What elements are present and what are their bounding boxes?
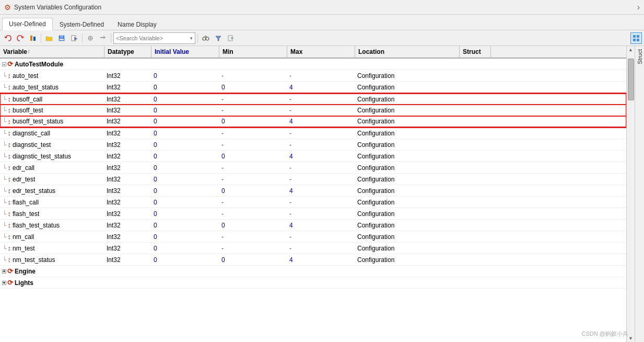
var-max-diagnstic_test: - xyxy=(287,140,355,150)
module-row-engine[interactable]: + ⟳ Engine xyxy=(0,266,626,277)
scroll-thumb[interactable] xyxy=(628,59,634,100)
svg-point-13 xyxy=(206,37,209,40)
scroll-up-arrow[interactable]: ▲ xyxy=(627,46,634,53)
var-struct-edr_test_status xyxy=(460,190,491,192)
var-initial-busoff_test: 0 xyxy=(151,106,219,115)
var-icon-flash_test: ↕ xyxy=(8,210,11,218)
var-icon-auto_test_status: ↕ xyxy=(8,83,11,91)
var-struct-flash_test xyxy=(460,213,491,215)
search-dropdown-icon[interactable]: ▾ xyxy=(190,36,193,41)
svg-rect-19 xyxy=(637,39,639,41)
col-header-min: Min xyxy=(219,46,287,58)
table-row[interactable]: └ ↕ edr_call Int320--Configuration xyxy=(0,162,626,174)
var-datatype-auto_test_status: Int32 xyxy=(104,83,151,92)
module-label-engine[interactable]: + ⟳ Engine xyxy=(0,266,104,276)
table-row[interactable]: └ ↕ nm_test Int320--Configuration xyxy=(0,243,626,254)
btn-filter[interactable] xyxy=(213,32,224,44)
var-max-edr_test: - xyxy=(287,175,355,184)
var-icon-nm_call: ↕ xyxy=(8,233,11,241)
var-datatype-flash_test: Int32 xyxy=(104,209,151,219)
btn-binoculars[interactable] xyxy=(200,32,212,44)
var-name-flash_test_status: └ ↕ flash_test_status xyxy=(0,220,104,230)
var-icon-diagnstic_call: ↕ xyxy=(8,129,11,137)
svg-rect-0 xyxy=(30,36,32,41)
col-header-initial: Initial Value xyxy=(151,46,219,58)
scroll-track[interactable] xyxy=(628,53,634,335)
var-location-flash_call: Configuration xyxy=(355,198,460,207)
btn-folder[interactable] xyxy=(43,32,55,44)
table-row[interactable]: └ ↕ auto_test Int320--Configuration xyxy=(0,70,626,82)
var-min-flash_test: - xyxy=(219,209,287,219)
btn-run[interactable] xyxy=(225,32,237,44)
table-body[interactable]: - ⟳ AutoTestModule └ ↕ auto_test Int320-… xyxy=(0,59,626,342)
var-location-flash_test_status: Configuration xyxy=(355,221,460,230)
var-name-flash_test: └ ↕ flash_test xyxy=(0,209,104,219)
var-location-edr_test_status: Configuration xyxy=(355,186,460,196)
btn-action2[interactable] xyxy=(97,32,109,44)
module-label-lights[interactable]: + ⟳ Lights xyxy=(0,278,104,288)
module-row-autotestmodule[interactable]: - ⟳ AutoTestModule xyxy=(0,59,626,70)
var-location-auto_test: Configuration xyxy=(355,71,460,81)
module-row-lights[interactable]: + ⟳ Lights xyxy=(0,277,626,289)
redo-button[interactable] xyxy=(15,32,26,44)
table-row[interactable]: └ ↕ edr_test Int320--Configuration xyxy=(0,174,626,185)
var-min-busoff_test: - xyxy=(219,106,287,115)
table-row[interactable]: └ ↕ auto_test_status Int32004Configurati… xyxy=(0,82,626,93)
table-row[interactable]: └ ↕ flash_test_status Int32004Configurat… xyxy=(0,220,626,231)
var-min-edr_call: - xyxy=(219,163,287,173)
scrollbar-area[interactable]: ▲ ▼ xyxy=(626,46,635,342)
table-row[interactable]: └ ↕ diagnstic_test_status Int32004Config… xyxy=(0,151,626,162)
var-datatype-nm_test_status: Int32 xyxy=(104,255,151,265)
var-name-busoff_test: └ ↕ busoff_test xyxy=(0,105,104,115)
var-max-nm_test_status: 4 xyxy=(287,255,355,265)
table-row[interactable]: └ ↕ edr_test_status Int32004Configuratio… xyxy=(0,185,626,197)
table-row[interactable]: └ ↕ flash_call Int320--Configuration xyxy=(0,197,626,208)
var-max-diagnstic_call: - xyxy=(287,129,355,138)
var-location-busoff_test: Configuration xyxy=(355,106,460,115)
app-title: System Variables Configuration xyxy=(14,4,101,11)
table-row[interactable]: └ ↕ busoff_call Int320--Configuration xyxy=(0,93,626,105)
separator-3 xyxy=(111,33,111,43)
expand-icon-engine[interactable]: + xyxy=(2,269,6,273)
table-row[interactable]: └ ↕ flash_test Int320--Configuration xyxy=(0,208,626,220)
table-row[interactable]: └ ↕ diagnstic_call Int320--Configuration xyxy=(0,128,626,139)
table-row[interactable]: └ ↕ diagnstic_test Int320--Configuration xyxy=(0,139,626,151)
var-max-auto_test: - xyxy=(287,71,355,81)
btn-export[interactable] xyxy=(68,32,80,44)
var-struct-nm_test_status xyxy=(460,259,491,261)
var-min-busoff_call: - xyxy=(219,95,287,104)
unknown-btn1[interactable] xyxy=(27,32,39,44)
table-row[interactable]: └ ↕ nm_call Int320--Configuration xyxy=(0,231,626,243)
module-label-autotestmodule[interactable]: - ⟳ AutoTestModule xyxy=(0,59,104,69)
btn-save[interactable] xyxy=(56,32,67,44)
tab-name-display[interactable]: Name Display xyxy=(111,18,163,30)
undo-button[interactable] xyxy=(2,32,14,44)
var-max-auto_test_status: 4 xyxy=(287,83,355,92)
expand-icon-autotestmodule[interactable]: - xyxy=(2,62,6,66)
var-icon-nm_test_status: ↕ xyxy=(8,256,11,264)
grid-view-button[interactable] xyxy=(630,32,642,44)
var-struct-auto_test xyxy=(460,75,491,77)
var-datatype-busoff_test: Int32 xyxy=(104,106,151,115)
tab-system-defined[interactable]: System-Defined xyxy=(53,18,111,30)
table-row[interactable]: └ ↕ busoff_test Int320--Configuration xyxy=(0,105,626,116)
var-struct-busoff_test xyxy=(460,109,491,111)
var-min-edr_test_status: 0 xyxy=(219,186,287,196)
tab-user-defined[interactable]: User-Defined xyxy=(2,18,53,30)
table-header: Variable / Datatype Initial Value Min Ma… xyxy=(0,46,626,59)
var-struct-nm_call xyxy=(460,236,491,238)
var-max-busoff_call: - xyxy=(287,95,355,104)
table-row[interactable]: └ ↕ busoff_test_status Int32004Configura… xyxy=(0,116,626,128)
expand-icon-lights[interactable]: + xyxy=(2,281,6,285)
var-datatype-edr_test: Int32 xyxy=(104,175,151,184)
col-header-location: Location xyxy=(355,46,460,58)
sort-icon-variable: / xyxy=(28,49,30,54)
title-bar-close[interactable]: › xyxy=(637,3,640,12)
var-min-auto_test_status: 0 xyxy=(219,83,287,92)
table-row[interactable]: └ ↕ nm_test_status Int32004Configuration xyxy=(0,254,626,266)
btn-action1[interactable] xyxy=(85,32,96,44)
var-icon-edr_test_status: ↕ xyxy=(8,187,11,195)
search-input[interactable] xyxy=(116,35,189,41)
separator-1 xyxy=(41,33,41,43)
var-min-nm_test: - xyxy=(219,244,287,253)
